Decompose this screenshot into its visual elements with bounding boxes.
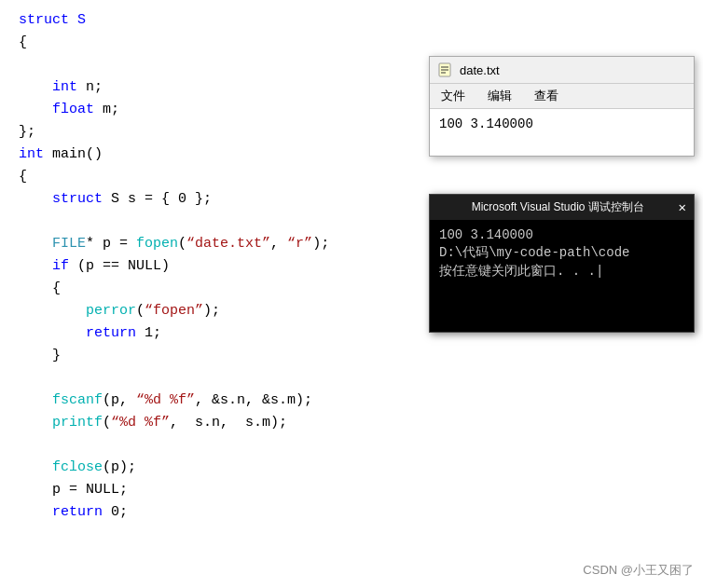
console-line: D:\代码\my-code-path\code	[439, 244, 684, 261]
console-title: Microsoft Visual Studio 调试控制台	[437, 199, 679, 215]
code-line: {	[0, 32, 703, 54]
console-content: 100 3.140000D:\代码\my-code-path\code按任意键关…	[430, 220, 694, 332]
notepad-icon	[437, 62, 452, 77]
console-close-button[interactable]: ✕	[679, 199, 686, 215]
code-line	[0, 434, 703, 457]
console-line: 按任意键关闭此窗口. . .|	[439, 263, 684, 280]
notepad-menu-edit[interactable]: 编辑	[484, 86, 516, 106]
notepad-content: 100 3.140000	[430, 109, 694, 156]
watermark: CSDN @小王又困了	[583, 562, 694, 579]
code-line: p = NULL;	[0, 479, 703, 501]
console-window: Microsoft Visual Studio 调试控制台 ✕ 100 3.14…	[429, 194, 695, 333]
code-line: fclose(p);	[0, 457, 703, 479]
code-line: return 0;	[0, 501, 703, 524]
code-line: fscanf(p, “%d %f”, &s.n, &s.m);	[0, 390, 703, 412]
notepad-menu-view[interactable]: 查看	[531, 86, 562, 106]
notepad-text: 100 3.140000	[439, 116, 533, 131]
code-line: {	[0, 166, 703, 188]
code-line: struct S	[0, 9, 703, 32]
notepad-window: date.txt 文件 编辑 查看 100 3.140000	[429, 56, 695, 157]
console-line: 100 3.140000	[439, 227, 684, 242]
notepad-menu-file[interactable]: 文件	[437, 86, 469, 106]
notepad-titlebar: date.txt	[430, 57, 694, 84]
notepad-menubar: 文件 编辑 查看	[430, 84, 694, 109]
code-line: printf(“%d %f”, s.n, s.m);	[0, 412, 703, 434]
console-titlebar: Microsoft Visual Studio 调试控制台 ✕	[430, 195, 694, 220]
code-line: }	[0, 345, 703, 367]
notepad-title: date.txt	[460, 63, 686, 77]
code-line	[0, 367, 703, 390]
